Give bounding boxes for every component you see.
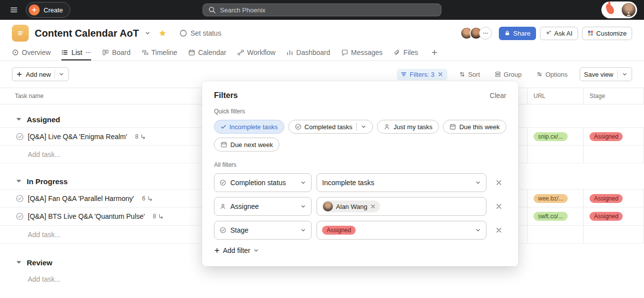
filter-value-select[interactable]: Assigned xyxy=(317,221,486,240)
stage-column-header[interactable]: Stage xyxy=(583,88,644,104)
collapse-triangle-icon[interactable] xyxy=(15,177,23,185)
set-status-button[interactable]: Set status xyxy=(176,27,224,39)
assignee-chip[interactable]: Alan Wang xyxy=(322,200,380,212)
filter-value-label: Incomplete tasks xyxy=(322,179,374,187)
tab-dashboard-label: Dashboard xyxy=(296,49,330,56)
url-pill[interactable]: wee.bz/... xyxy=(534,194,568,203)
ask-ai-button[interactable]: Ask AI xyxy=(540,27,578,40)
remove-filter-button[interactable] xyxy=(491,223,506,238)
check-circle-icon[interactable] xyxy=(16,133,24,141)
star-icon xyxy=(159,29,166,37)
sort-label: Sort xyxy=(468,71,480,78)
url-pill[interactable]: snip.cx/... xyxy=(534,132,568,141)
tab-workflow[interactable]: Workflow xyxy=(237,45,275,60)
tab-files[interactable]: Files xyxy=(393,45,418,60)
quick-filter-just-my-tasks[interactable]: Just my tasks xyxy=(377,120,439,134)
check-icon xyxy=(220,124,226,130)
add-tab-button[interactable] xyxy=(429,47,440,58)
group-button[interactable]: Group xyxy=(492,69,525,80)
task-name[interactable]: [Q&A] Fan Q&A 'Parallel Harmony' xyxy=(28,195,134,202)
filter-field-label: Stage xyxy=(230,226,249,234)
tab-more-icon[interactable] xyxy=(85,50,91,55)
tab-calendar[interactable]: Calendar xyxy=(188,45,226,60)
tab-board[interactable]: Board xyxy=(102,45,130,60)
section-name[interactable]: In Progress xyxy=(27,177,68,186)
filter-field-select[interactable]: Stage xyxy=(214,221,312,240)
tab-list[interactable]: List xyxy=(61,45,91,60)
hamburger-menu-button[interactable] xyxy=(7,3,21,17)
sort-button[interactable]: Sort xyxy=(456,69,483,80)
chevron-down-icon[interactable] xyxy=(361,124,367,130)
stage-pill[interactable]: Assigned xyxy=(590,212,623,221)
stage-cell xyxy=(583,226,644,243)
stage-pill[interactable]: Assigned xyxy=(590,194,623,203)
plus-icon xyxy=(214,248,220,253)
add-new-button[interactable]: Add new xyxy=(12,67,69,81)
topbar: Create xyxy=(0,0,644,20)
remove-chip-x-icon[interactable] xyxy=(370,203,376,209)
task-name[interactable]: [Q&A] Live Q&A 'Enigma Realm' xyxy=(28,133,127,141)
chip-label: Incomplete tasks xyxy=(229,123,278,131)
tab-messages[interactable]: Messages xyxy=(341,45,383,60)
remove-filter-button[interactable] xyxy=(491,175,506,190)
add-task-row[interactable]: Add task... xyxy=(0,270,644,288)
global-search[interactable] xyxy=(203,3,441,16)
more-members-button[interactable] xyxy=(479,27,492,40)
add-task-label[interactable]: Add task... xyxy=(0,270,527,288)
subtask-count-value: 8 xyxy=(153,213,156,220)
quick-filter-completed-tasks[interactable]: Completed tasks xyxy=(288,120,374,134)
clear-filters-x-icon[interactable] xyxy=(437,71,443,77)
quick-filter-due-next-week[interactable]: Due next week xyxy=(214,138,279,151)
stage-pill[interactable]: Assigned xyxy=(322,226,355,235)
section-name[interactable]: Assigned xyxy=(27,115,60,124)
remove-filter-button[interactable] xyxy=(491,199,506,214)
stage-pill[interactable]: Assigned xyxy=(590,132,623,141)
url-cell[interactable]: snip.cx/... xyxy=(527,128,583,145)
tab-timeline[interactable]: Timeline xyxy=(142,45,177,60)
url-pill[interactable]: swft.co/... xyxy=(534,212,568,221)
collapse-triangle-icon[interactable] xyxy=(15,115,23,123)
quick-filter-incomplete-tasks[interactable]: Incomplete tasks xyxy=(214,120,284,134)
search-input[interactable] xyxy=(220,6,436,14)
user-avatar[interactable] xyxy=(601,1,637,18)
filter-value-select[interactable]: Incomplete tasks xyxy=(317,173,486,192)
check-circle-icon[interactable] xyxy=(16,212,24,220)
url-cell[interactable]: swft.co/... xyxy=(527,207,583,225)
project-title-dropdown[interactable] xyxy=(143,28,153,38)
assignee-name: Alan Wang xyxy=(336,203,367,210)
user-avatar-photo xyxy=(622,3,636,17)
stage-cell[interactable]: Assigned xyxy=(583,128,644,145)
filter-field-select[interactable]: Assignee xyxy=(214,197,312,216)
save-view-button[interactable]: Save view xyxy=(580,67,632,81)
tab-messages-label: Messages xyxy=(351,49,383,56)
chevron-down-icon xyxy=(253,248,259,253)
collapse-triangle-icon[interactable] xyxy=(15,258,23,266)
member-avatars[interactable] xyxy=(460,27,492,40)
customize-button[interactable]: Customize xyxy=(582,27,632,40)
tab-calendar-label: Calendar xyxy=(198,49,226,56)
quick-filters-label: Quick filters xyxy=(214,108,506,115)
tab-dashboard[interactable]: Dashboard xyxy=(286,45,330,60)
check-circle-icon[interactable] xyxy=(16,195,24,202)
add-filter-button[interactable]: Add filter xyxy=(214,247,259,254)
quick-filter-due-this-week[interactable]: Due this week xyxy=(443,120,506,134)
tab-timeline-label: Timeline xyxy=(152,49,177,56)
url-cell[interactable]: wee.bz/... xyxy=(527,190,583,207)
close-icon xyxy=(495,227,502,234)
tab-overview[interactable]: Overview xyxy=(12,45,51,60)
section-name[interactable]: Review xyxy=(27,258,53,267)
create-button[interactable]: Create xyxy=(26,2,70,18)
url-column-header[interactable]: URL xyxy=(527,88,583,104)
filter-field-select[interactable]: Completion status xyxy=(214,173,312,192)
stage-cell[interactable]: Assigned xyxy=(583,190,644,207)
filters-button[interactable]: Filters: 3 xyxy=(397,69,447,80)
clear-filters-button[interactable]: Clear xyxy=(490,92,506,99)
ellipsis-icon xyxy=(483,30,488,36)
options-button[interactable]: Options xyxy=(534,69,571,80)
stage-cell[interactable]: Assigned xyxy=(583,207,644,225)
filter-value-select[interactable]: Alan Wang xyxy=(317,197,486,216)
task-name[interactable]: [Q&A] BTS Live Q&A 'Quantum Pulse' xyxy=(28,212,145,220)
favorite-star-button[interactable] xyxy=(158,28,167,38)
share-button[interactable]: Share xyxy=(499,27,536,40)
calendar-icon xyxy=(220,141,227,148)
